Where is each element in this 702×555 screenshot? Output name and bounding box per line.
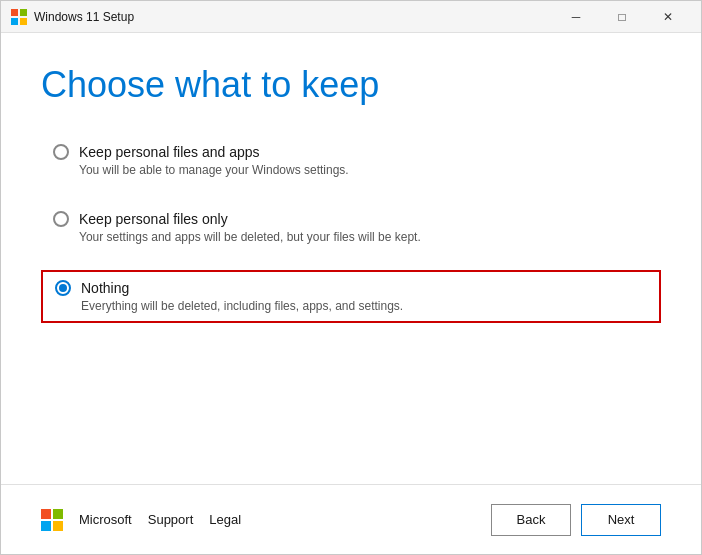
option-label-3: Nothing xyxy=(81,280,129,296)
close-button[interactable]: ✕ xyxy=(645,1,691,33)
window-controls: ─ □ ✕ xyxy=(553,1,691,33)
svg-rect-2 xyxy=(11,18,18,25)
option-label-2: Keep personal files only xyxy=(79,211,228,227)
option-nothing[interactable]: Nothing Everything will be deleted, incl… xyxy=(41,270,661,323)
option-desc-1: You will be able to manage your Windows … xyxy=(79,163,649,177)
option-row-2: Keep personal files only xyxy=(53,211,649,227)
next-button[interactable]: Next xyxy=(581,504,661,536)
option-desc-2: Your settings and apps will be deleted, … xyxy=(79,230,649,244)
ms-logo-grid xyxy=(41,509,63,531)
ms-square-green xyxy=(53,509,63,519)
ms-square-yellow xyxy=(53,521,63,531)
option-label-1: Keep personal files and apps xyxy=(79,144,260,160)
titlebar: Windows 11 Setup ─ □ ✕ xyxy=(1,1,701,33)
footer: Microsoft Support Legal Back Next xyxy=(1,484,701,554)
page-title: Choose what to keep xyxy=(41,63,661,106)
window-title: Windows 11 Setup xyxy=(34,10,553,24)
option-keep-all[interactable]: Keep personal files and apps You will be… xyxy=(41,136,661,185)
svg-rect-0 xyxy=(11,9,18,16)
radio-nothing[interactable] xyxy=(55,280,71,296)
svg-rect-1 xyxy=(20,9,27,16)
app-icon xyxy=(11,9,27,25)
option-row-3: Nothing xyxy=(55,280,647,296)
radio-keep-files[interactable] xyxy=(53,211,69,227)
option-row-1: Keep personal files and apps xyxy=(53,144,649,160)
app-window: Windows 11 Setup ─ □ ✕ Choose what to ke… xyxy=(0,0,702,555)
option-keep-files[interactable]: Keep personal files only Your settings a… xyxy=(41,203,661,252)
footer-buttons: Back Next xyxy=(491,504,661,536)
ms-square-blue xyxy=(41,521,51,531)
options-list: Keep personal files and apps You will be… xyxy=(41,136,661,323)
footer-left: Microsoft Support Legal xyxy=(41,509,491,531)
main-content: Choose what to keep Keep personal files … xyxy=(1,33,701,484)
minimize-button[interactable]: ─ xyxy=(553,1,599,33)
legal-link[interactable]: Legal xyxy=(209,512,241,527)
microsoft-label: Microsoft xyxy=(79,512,132,527)
svg-rect-3 xyxy=(20,18,27,25)
support-link[interactable]: Support xyxy=(148,512,194,527)
radio-keep-all[interactable] xyxy=(53,144,69,160)
microsoft-logo xyxy=(41,509,63,531)
back-button[interactable]: Back xyxy=(491,504,571,536)
ms-square-red xyxy=(41,509,51,519)
option-desc-3: Everything will be deleted, including fi… xyxy=(81,299,647,313)
maximize-button[interactable]: □ xyxy=(599,1,645,33)
